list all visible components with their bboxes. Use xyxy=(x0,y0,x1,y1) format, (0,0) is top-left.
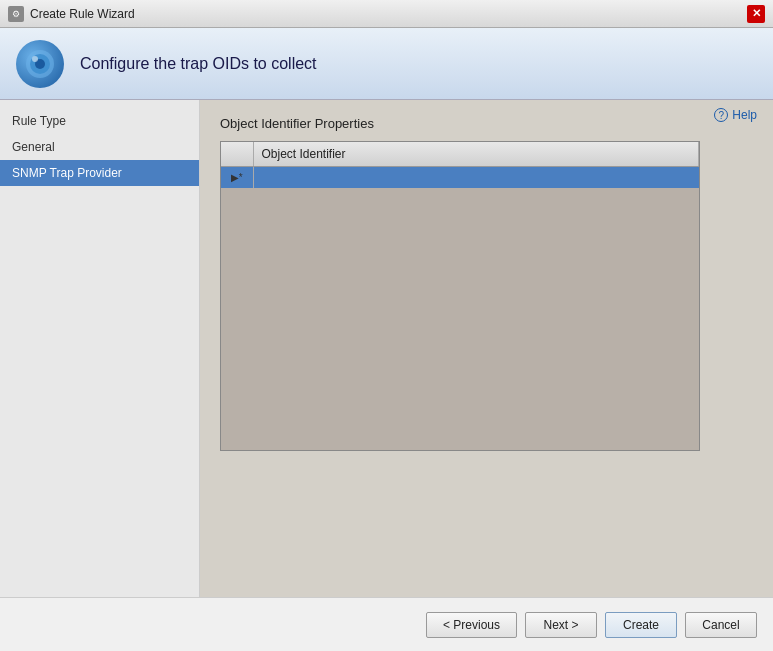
close-button[interactable]: ✕ xyxy=(747,5,765,23)
row-oid-value[interactable] xyxy=(253,166,699,188)
row-indicator: ▶* xyxy=(221,166,253,188)
sidebar-item-rule-type[interactable]: Rule Type xyxy=(0,108,199,134)
previous-button[interactable]: < Previous xyxy=(426,612,517,638)
header-banner: Configure the trap OIDs to collect xyxy=(0,28,773,100)
create-button[interactable]: Create xyxy=(605,612,677,638)
table-header-row: Object Identifier xyxy=(221,142,699,166)
oid-table-container: Object Identifier ▶* xyxy=(220,141,700,451)
content-area: ? Help Object Identifier Properties Obje… xyxy=(200,100,773,597)
table-col-oid: Object Identifier xyxy=(253,142,699,166)
footer: < Previous Next > Create Cancel xyxy=(0,597,773,651)
section-title: Object Identifier Properties xyxy=(220,116,753,131)
header-title: Configure the trap OIDs to collect xyxy=(80,55,317,73)
header-svg-icon xyxy=(25,49,55,79)
sidebar-item-general[interactable]: General xyxy=(0,134,199,160)
oid-table: Object Identifier ▶* xyxy=(221,142,699,188)
svg-point-3 xyxy=(32,56,38,62)
oid-input[interactable] xyxy=(262,170,691,184)
title-bar-left: ⚙ Create Rule Wizard xyxy=(8,6,135,22)
header-icon xyxy=(16,40,64,88)
help-icon: ? xyxy=(714,108,728,122)
help-link[interactable]: ? Help xyxy=(714,108,757,122)
main-area: Rule Type General SNMP Trap Provider ? H… xyxy=(0,100,773,597)
table-col-indicator xyxy=(221,142,253,166)
cancel-button[interactable]: Cancel xyxy=(685,612,757,638)
sidebar-item-snmp-trap-provider[interactable]: SNMP Trap Provider xyxy=(0,160,199,186)
next-button[interactable]: Next > xyxy=(525,612,597,638)
title-bar-text: Create Rule Wizard xyxy=(30,7,135,21)
table-row[interactable]: ▶* xyxy=(221,166,699,188)
wizard-icon: ⚙ xyxy=(8,6,24,22)
sidebar: Rule Type General SNMP Trap Provider xyxy=(0,100,200,597)
title-bar: ⚙ Create Rule Wizard ✕ xyxy=(0,0,773,28)
